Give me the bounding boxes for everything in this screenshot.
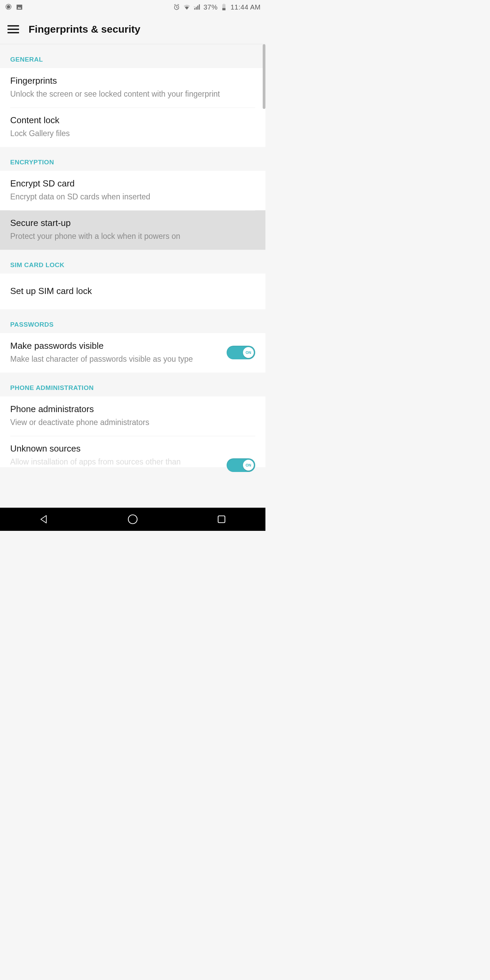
svg-rect-12 <box>223 8 226 10</box>
item-subtitle: Encrypt data on SD cards when inserted <box>10 192 255 202</box>
item-title: Content lock <box>10 115 255 126</box>
item-passwords-visible[interactable]: Make passwords visible Make last charact… <box>0 333 266 372</box>
wifi-icon <box>183 3 191 11</box>
toggle-passwords-visible[interactable]: ON <box>227 346 255 360</box>
section-header-general: GENERAL <box>0 44 266 68</box>
cellular-signal-icon <box>193 3 201 11</box>
svg-rect-2 <box>17 5 22 10</box>
home-button[interactable] <box>127 514 138 525</box>
svg-rect-6 <box>196 7 197 10</box>
navigation-bar <box>0 508 266 531</box>
svg-rect-15 <box>218 516 225 523</box>
item-phone-admins[interactable]: Phone administrators View or deactivate … <box>0 396 266 436</box>
image-notification-icon <box>16 3 23 11</box>
item-title: Secure start-up <box>10 218 255 228</box>
toggle-state: ON <box>243 460 254 471</box>
item-title: Set up SIM card lock <box>10 281 255 301</box>
item-unknown-sources[interactable]: Unknown sources Allow installation of ap… <box>0 436 266 467</box>
battery-percentage: 37% <box>204 3 218 11</box>
section-header-sim: SIM CARD LOCK <box>0 250 266 274</box>
item-title: Phone administrators <box>10 404 255 414</box>
menu-icon[interactable] <box>8 25 19 33</box>
item-title: Unknown sources <box>10 443 220 454</box>
item-subtitle: Make last character of passwords visible… <box>10 354 220 364</box>
svg-point-14 <box>128 515 137 524</box>
recents-button[interactable] <box>216 514 227 524</box>
item-sim-lock[interactable]: Set up SIM card lock <box>0 274 266 309</box>
item-subtitle: Lock Gallery files <box>10 128 255 139</box>
item-subtitle: Protect your phone with a lock when it p… <box>10 231 255 242</box>
item-subtitle: Allow installation of apps from sources … <box>10 457 220 467</box>
page-title: Fingerprints & security <box>29 24 140 35</box>
svg-rect-11 <box>224 4 225 5</box>
section-header-passwords: PASSWORDS <box>0 309 266 333</box>
section-header-encryption: ENCRYPTION <box>0 147 266 171</box>
toggle-state: ON <box>243 347 254 358</box>
item-content-lock[interactable]: Content lock Lock Gallery files <box>0 108 266 147</box>
chat-notification-icon <box>5 3 12 11</box>
item-fingerprints[interactable]: Fingerprints Unlock the screen or see lo… <box>0 68 266 108</box>
back-button[interactable] <box>39 514 49 524</box>
app-bar: Fingerprints & security <box>0 14 266 44</box>
battery-icon <box>220 3 228 11</box>
svg-rect-5 <box>194 8 195 10</box>
svg-rect-7 <box>197 5 198 10</box>
svg-marker-13 <box>41 515 46 523</box>
settings-scroll-area[interactable]: GENERAL Fingerprints Unlock the screen o… <box>0 44 266 508</box>
svg-rect-8 <box>199 5 200 10</box>
item-subtitle: Unlock the screen or see locked content … <box>10 89 255 99</box>
item-subtitle: View or deactivate phone administrators <box>10 417 255 428</box>
item-title: Make passwords visible <box>10 340 220 351</box>
section-header-admin: PHONE ADMINISTRATION <box>0 372 266 396</box>
item-encrypt-sd[interactable]: Encrypt SD card Encrypt data on SD cards… <box>0 171 266 210</box>
item-secure-startup[interactable]: Secure start-up Protect your phone with … <box>0 210 266 250</box>
item-title: Encrypt SD card <box>10 178 255 189</box>
clock-time: 11:44 AM <box>231 3 261 11</box>
item-title: Fingerprints <box>10 76 255 86</box>
svg-point-9 <box>194 6 195 7</box>
alarm-icon <box>173 3 180 11</box>
toggle-unknown-sources[interactable]: ON <box>227 458 255 472</box>
status-bar: 37% 11:44 AM <box>0 0 266 14</box>
svg-point-1 <box>7 5 10 8</box>
